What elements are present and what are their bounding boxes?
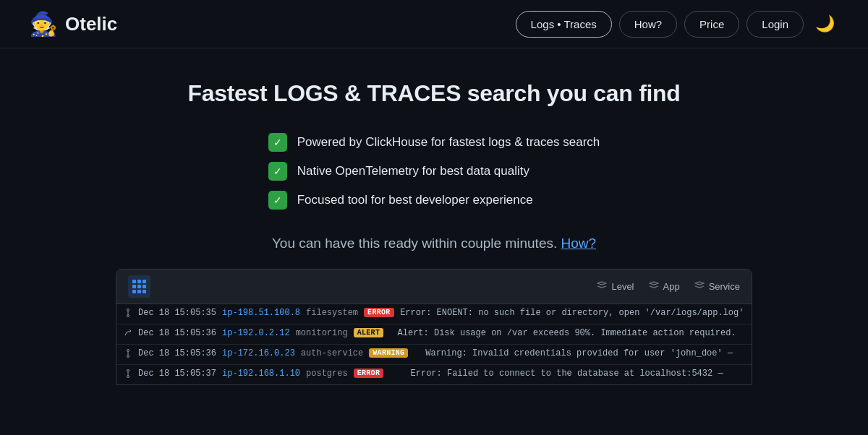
- log-message-1: Error: ENOENT: no such file or directory…: [400, 308, 744, 318]
- svg-point-4: [127, 356, 129, 358]
- svg-point-1: [127, 315, 129, 317]
- log-ip-3: ip-172.16.0.23: [222, 348, 295, 358]
- log-row[interactable]: Dec 18 15:05:37 ip-192.168.1.10 postgres…: [116, 365, 752, 384]
- logo[interactable]: 🧙 Otelic: [29, 10, 117, 38]
- log-time-3: Dec 18 15:05:36: [138, 348, 216, 358]
- log-row-path-icon: [124, 308, 132, 320]
- log-rows-container: Dec 18 15:05:35 ip-198.51.100.8 filesyst…: [116, 304, 752, 384]
- log-row[interactable]: Dec 18 15:05:36 ip-172.16.0.23 auth-serv…: [116, 345, 752, 365]
- terminal: Level App Service: [116, 269, 752, 385]
- cta-paragraph: You can have this ready within couple mi…: [272, 236, 596, 251]
- nav-how[interactable]: How?: [619, 11, 677, 38]
- nav-login[interactable]: Login: [746, 11, 804, 38]
- log-time-2: Dec 18 15:05:36: [138, 328, 216, 338]
- feature-text-3: Focused tool for best developer experien…: [297, 193, 533, 207]
- log-service-4: postgres: [306, 369, 348, 379]
- cta-how-link[interactable]: How?: [561, 236, 597, 251]
- feature-item-1: ✓ Powered by ClickHouse for fastest logs…: [268, 133, 600, 152]
- log-message-4: Error: Failed to connect to the database…: [389, 369, 744, 379]
- log-badge-alert-2: ALERT: [354, 328, 384, 337]
- toolbar-level[interactable]: Level: [597, 281, 634, 292]
- log-ip-4: ip-192.168.1.10: [222, 369, 300, 379]
- hero-title: Fastest LOGS & TRACES search you can fin…: [187, 80, 680, 107]
- log-ip-1: ip-198.51.100.8: [222, 308, 300, 318]
- log-badge-error-1: ERROR: [364, 308, 394, 317]
- nav-logs-traces[interactable]: Logs • Traces: [516, 11, 612, 38]
- logo-icon: 🧙: [29, 10, 58, 38]
- hero-section: Fastest LOGS & TRACES search you can fin…: [0, 48, 868, 402]
- terminal-grid-icon: [128, 275, 150, 298]
- grid-view-icon[interactable]: [128, 275, 150, 298]
- log-row[interactable]: Dec 18 15:05:35 ip-198.51.100.8 filesyst…: [116, 304, 752, 324]
- log-service-2: monitoring: [296, 328, 348, 338]
- navbar: 🧙 Otelic Logs • Traces How? Price Login …: [0, 0, 868, 48]
- nav-links: Logs • Traces How? Price Login 🌙: [516, 10, 839, 38]
- log-ip-2: ip-192.0.2.12: [222, 328, 290, 338]
- svg-point-3: [127, 350, 129, 352]
- log-row-trace-icon: [124, 328, 132, 340]
- log-badge-warning-3: WARNING: [369, 348, 408, 358]
- log-message-2: Alert: Disk usage on /var exceeds 90%. I…: [389, 328, 744, 338]
- features-list: ✓ Powered by ClickHouse for fastest logs…: [268, 133, 600, 210]
- log-message-3: Warning: Invalid credentials provided fo…: [414, 348, 744, 358]
- check-icon-1: ✓: [268, 133, 287, 152]
- check-icon-3: ✓: [268, 191, 287, 210]
- terminal-toolbar: Level App Service: [116, 270, 752, 304]
- svg-point-6: [127, 370, 129, 372]
- toolbar-service[interactable]: Service: [694, 281, 740, 292]
- log-badge-error-4: ERROR: [354, 369, 384, 378]
- log-row[interactable]: Dec 18 15:05:36 ip-192.0.2.12 monitoring…: [116, 324, 752, 345]
- feature-item-3: ✓ Focused tool for best developer experi…: [268, 191, 533, 210]
- feature-text-2: Native OpenTelemetry for best data quali…: [297, 164, 529, 178]
- logo-text: Otelic: [65, 13, 117, 35]
- svg-point-0: [127, 309, 129, 311]
- nav-price[interactable]: Price: [684, 11, 739, 38]
- toolbar-app[interactable]: App: [649, 281, 680, 292]
- layers-icon-service: [694, 281, 705, 292]
- feature-text-1: Powered by ClickHouse for fastest logs &…: [297, 135, 600, 150]
- cta-static-text: You can have this ready within couple mi…: [272, 236, 557, 251]
- log-row-path-icon-4: [124, 369, 132, 381]
- layers-icon-app: [649, 281, 659, 292]
- log-service-3: auth-service: [301, 348, 363, 358]
- log-service-1: filesystem: [306, 308, 358, 318]
- toolbar-service-label: Service: [709, 281, 740, 292]
- toolbar-app-label: App: [663, 281, 680, 292]
- check-icon-2: ✓: [268, 162, 287, 181]
- toolbar-level-label: Level: [611, 281, 634, 292]
- log-time-1: Dec 18 15:05:35: [138, 308, 216, 318]
- theme-toggle-button[interactable]: 🌙: [811, 10, 839, 38]
- feature-item-2: ✓ Native OpenTelemetry for best data qua…: [268, 162, 529, 181]
- log-row-path-icon-3: [124, 348, 132, 361]
- svg-point-7: [127, 376, 129, 378]
- layers-icon-level: [597, 281, 607, 292]
- log-time-4: Dec 18 15:05:37: [138, 369, 216, 379]
